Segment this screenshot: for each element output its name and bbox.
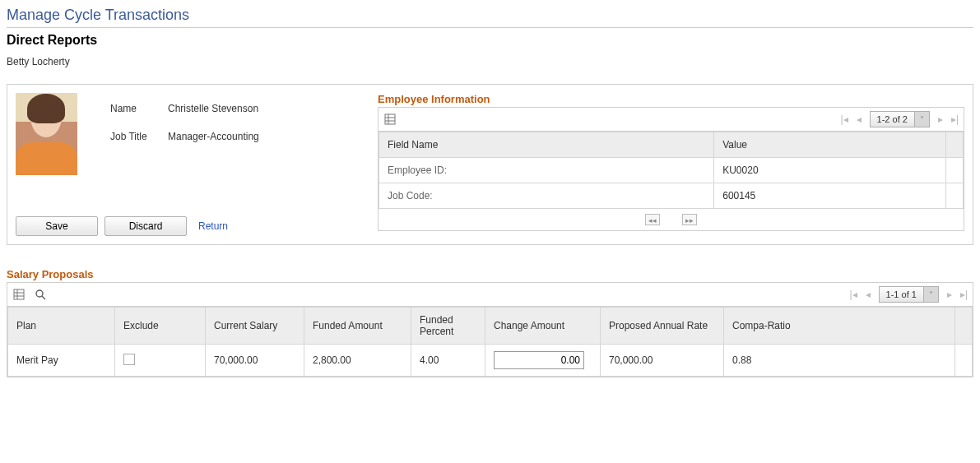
user-name: Betty Locherty (7, 56, 973, 67)
exclude-checkbox[interactable] (123, 354, 135, 365)
change-amount-input[interactable] (494, 351, 584, 369)
pager-next-icon[interactable]: ▸ (938, 113, 943, 125)
salary-header: Salary Proposals (7, 268, 973, 280)
field-value-cell: 600145 (714, 183, 946, 209)
pager-range-text: 1-1 of 1 (880, 289, 923, 299)
record-next-icon[interactable]: ▸▸ (682, 214, 697, 225)
chevron-down-icon: ˅ (914, 112, 929, 127)
employee-panel: Name Christelle Stevenson Job Title Mana… (7, 84, 973, 245)
change-amount-cell (485, 345, 601, 377)
name-label: Name (110, 103, 168, 114)
pager-range-dropdown[interactable]: 1-2 of 2 ˅ (870, 111, 930, 127)
col-value[interactable]: Value (714, 132, 946, 158)
svg-rect-4 (14, 289, 24, 299)
col-field-name[interactable]: Field Name (379, 132, 714, 158)
chevron-down-icon: ˅ (923, 287, 938, 302)
pager-first-icon[interactable]: |◂ (849, 289, 857, 300)
col-compa-ratio[interactable]: Compa-Ratio (724, 308, 955, 345)
empinfo-pager: |◂ ◂ 1-2 of 2 ˅ ▸ ▸| (840, 111, 959, 127)
empinfo-header: Employee Information (378, 93, 964, 105)
table-row: Employee ID: KU0020 (379, 158, 964, 183)
compa-ratio-cell: 0.88 (724, 345, 955, 377)
pager-prev-icon[interactable]: ◂ (866, 289, 871, 300)
svg-point-8 (36, 290, 43, 297)
funded-amount-cell: 2,800.00 (304, 345, 411, 377)
current-salary-cell: 70,000.00 (206, 345, 304, 377)
col-current-salary[interactable]: Current Salary (206, 308, 304, 345)
col-exclude[interactable]: Exclude (115, 308, 206, 345)
svg-line-9 (42, 296, 45, 299)
svg-rect-0 (385, 114, 395, 124)
grid-settings-icon[interactable] (383, 113, 397, 126)
col-change-amount[interactable]: Change Amount (485, 308, 601, 345)
save-button[interactable]: Save (16, 216, 98, 236)
col-funded-percent[interactable]: Funded Percent (411, 308, 485, 345)
salary-grid: |◂ ◂ 1-1 of 1 ˅ ▸ ▸| Plan Exclude Curren… (7, 282, 973, 377)
proposed-rate-cell: 70,000.00 (601, 345, 724, 377)
grid-settings-icon[interactable] (12, 288, 26, 301)
page-title: Manage Cycle Transactions (7, 7, 973, 28)
empinfo-grid: |◂ ◂ 1-2 of 2 ˅ ▸ ▸| Field Name Value (378, 107, 964, 231)
field-name-cell: Job Code: (379, 183, 714, 209)
search-icon[interactable] (34, 288, 47, 301)
jobtitle-value: Manager-Accounting (168, 131, 259, 142)
table-row: Job Code: 600145 (379, 183, 964, 209)
pager-range-text: 1-2 of 2 (871, 114, 914, 124)
pager-last-icon[interactable]: ▸| (960, 289, 968, 300)
pager-range-dropdown[interactable]: 1-1 of 1 ˅ (879, 286, 939, 303)
section-title: Direct Reports (7, 33, 973, 48)
col-proposed-rate[interactable]: Proposed Annual Rate (601, 308, 724, 345)
exclude-cell (115, 345, 206, 377)
pager-next-icon[interactable]: ▸ (947, 289, 952, 300)
field-value-cell: KU0020 (714, 158, 946, 183)
pager-prev-icon[interactable]: ◂ (857, 113, 862, 125)
jobtitle-label: Job Title (110, 131, 168, 142)
salary-pager: |◂ ◂ 1-1 of 1 ˅ ▸ ▸| (849, 286, 968, 303)
pager-last-icon[interactable]: ▸| (951, 113, 959, 125)
return-link[interactable]: Return (198, 220, 228, 232)
avatar (16, 93, 77, 175)
col-plan[interactable]: Plan (8, 308, 115, 345)
plan-cell: Merit Pay (8, 345, 115, 377)
col-funded-amount[interactable]: Funded Amount (304, 308, 411, 345)
discard-button[interactable]: Discard (105, 216, 187, 236)
table-row: Merit Pay 70,000.00 2,800.00 4.00 70,000… (8, 345, 973, 377)
pager-first-icon[interactable]: |◂ (840, 113, 848, 125)
field-name-cell: Employee ID: (379, 158, 714, 183)
record-prev-icon[interactable]: ◂◂ (645, 214, 660, 225)
funded-percent-cell: 4.00 (411, 345, 485, 377)
name-value: Christelle Stevenson (168, 103, 258, 114)
